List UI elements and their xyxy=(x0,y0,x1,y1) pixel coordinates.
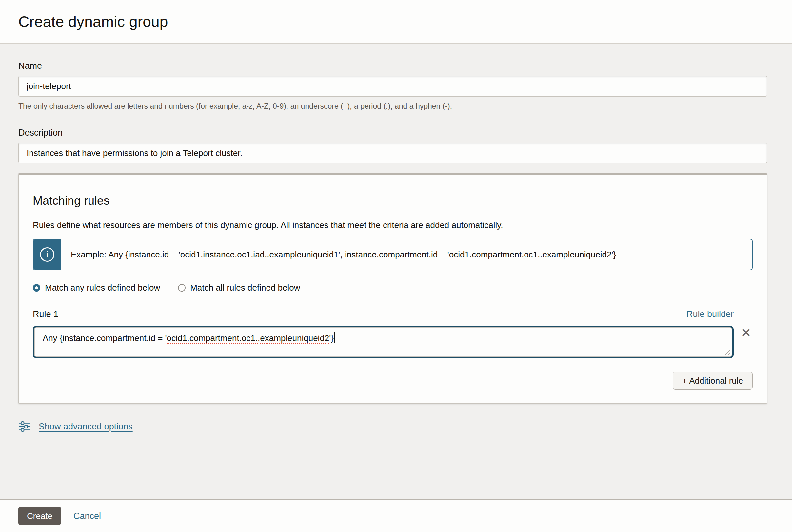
match-mode-radio-group: Match any rules defined below Match all … xyxy=(33,283,753,293)
rule-label: Rule 1 xyxy=(33,309,58,319)
name-help-text: The only characters allowed are letters … xyxy=(18,102,767,111)
rule-textarea[interactable]: Any {instance.compartment.id = 'ocid1.co… xyxy=(34,327,732,357)
text-caret xyxy=(334,332,335,343)
advanced-options-row: Show advanced options xyxy=(18,421,767,432)
remove-rule-button[interactable]: ✕ xyxy=(741,327,751,339)
rule-row: Any {instance.compartment.id = 'ocid1.co… xyxy=(33,326,753,358)
create-button[interactable]: Create xyxy=(18,507,61,525)
match-any-label: Match any rules defined below xyxy=(45,283,160,293)
additional-rule-button[interactable]: + Additional rule xyxy=(673,372,753,390)
name-label: Name xyxy=(18,61,767,71)
info-icon: i xyxy=(33,240,61,270)
page-header: Create dynamic group xyxy=(0,0,792,44)
sliders-icon xyxy=(18,421,30,432)
description-label: Description xyxy=(18,128,767,138)
name-input[interactable] xyxy=(18,76,767,97)
match-any-radio[interactable] xyxy=(33,284,40,291)
match-all-radio-option[interactable]: Match all rules defined below xyxy=(178,283,300,293)
create-dynamic-group-form: Name The only characters allowed are let… xyxy=(18,61,767,432)
page-footer: Create Cancel xyxy=(0,499,792,532)
matching-rules-intro: Rules define what resources are members … xyxy=(33,220,753,230)
example-text: Example: Any {instance.id = 'ocid1.insta… xyxy=(61,240,626,270)
misspelled-segment: ocid1.compartment.oc1. xyxy=(167,333,258,344)
match-all-radio[interactable] xyxy=(178,284,186,291)
example-infobox: i Example: Any {instance.id = 'ocid1.ins… xyxy=(33,239,753,270)
misspelled-segment: exampleuniqueid2 xyxy=(260,333,329,344)
match-all-label: Match all rules defined below xyxy=(190,283,300,293)
add-rule-row: + Additional rule xyxy=(33,372,753,390)
matching-rules-panel: Matching rules Rules define what resourc… xyxy=(18,173,767,404)
close-icon: ✕ xyxy=(741,326,751,340)
show-advanced-options-link[interactable]: Show advanced options xyxy=(39,422,133,432)
description-input[interactable] xyxy=(18,142,767,164)
matching-rules-title: Matching rules xyxy=(33,194,753,208)
textarea-resize-handle[interactable] xyxy=(724,349,730,355)
match-any-radio-option[interactable]: Match any rules defined below xyxy=(33,283,160,293)
rule-header-row: Rule 1 Rule builder xyxy=(33,309,734,319)
cancel-link[interactable]: Cancel xyxy=(73,511,101,521)
page-title: Create dynamic group xyxy=(18,13,168,31)
rule-textarea-focus-ring: Any {instance.compartment.id = 'ocid1.co… xyxy=(33,326,734,358)
rule-builder-link[interactable]: Rule builder xyxy=(686,309,734,319)
